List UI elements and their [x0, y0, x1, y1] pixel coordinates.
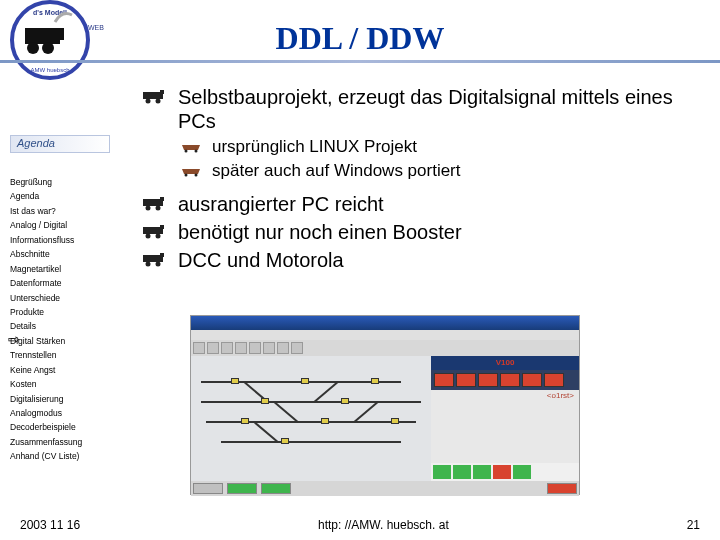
window-titlebar — [191, 316, 579, 330]
slide-title: DDL / DDW — [0, 20, 720, 57]
header-divider — [0, 60, 720, 63]
slide-content: Selbstbauprojekt, erzeugt das Digitalsig… — [140, 85, 705, 276]
slide-footer: 2003 11 16 http: //AMW. huebsch. at 21 — [0, 518, 720, 532]
svg-rect-19 — [160, 197, 164, 201]
agenda-item: Trennstellen — [10, 348, 130, 362]
window-toolbar — [191, 340, 579, 356]
agenda-item: Informationsfluss — [10, 233, 130, 247]
bullet-text: Selbstbauprojekt, erzeugt das Digitalsig… — [178, 85, 705, 133]
control-panel: V100 <o1rst> — [431, 356, 579, 481]
svg-point-25 — [146, 261, 151, 266]
agenda-item: Magnetartikel — [10, 262, 130, 276]
svg-point-18 — [156, 205, 161, 210]
wagon-icon — [180, 167, 202, 177]
bullet-text: später auch auf Windows portiert — [212, 161, 461, 181]
status-bar — [191, 481, 579, 496]
locomotive-icon — [140, 225, 168, 239]
svg-point-13 — [195, 150, 198, 153]
panel-side-label: <o1rst> — [547, 391, 574, 400]
svg-rect-23 — [160, 225, 164, 229]
svg-rect-27 — [160, 253, 164, 257]
svg-point-12 — [185, 150, 188, 153]
svg-point-21 — [146, 233, 151, 238]
agenda-item: Details — [10, 319, 130, 333]
svg-point-14 — [185, 174, 188, 177]
agenda-item: Kosten — [10, 377, 130, 391]
window-menubar — [191, 330, 579, 340]
bullet-text: DCC und Motorola — [178, 248, 344, 272]
bullet-text: benötigt nur noch einen Booster — [178, 220, 462, 244]
bullet-text: ursprünglich LINUX Projekt — [212, 137, 417, 157]
agenda-item: Ist das war? — [10, 204, 130, 218]
agenda-item: Digitalisierung — [10, 392, 130, 406]
agenda-item: Agenda — [10, 189, 130, 203]
svg-point-10 — [156, 99, 161, 104]
agenda-item: Digital Stärken — [10, 334, 130, 348]
svg-point-9 — [146, 99, 151, 104]
agenda-header: Agenda — [10, 135, 110, 153]
svg-point-15 — [195, 174, 198, 177]
agenda-item: Keine Angst — [10, 363, 130, 377]
track-layout-panel — [191, 356, 431, 481]
agenda-item: Unterschiede — [10, 291, 130, 305]
agenda-item: Analog / Digital — [10, 218, 130, 232]
agenda-item: Anhand (CV Liste) — [10, 449, 130, 463]
bullet-text: ausrangierter PC reicht — [178, 192, 384, 216]
software-screenshot: V100 <o1rst> — [190, 315, 580, 495]
footer-date: 2003 11 16 — [20, 518, 80, 532]
footer-url: http: //AMW. huebsch. at — [80, 518, 687, 532]
agenda-item: Zusammenfassung — [10, 435, 130, 449]
panel-title: V100 — [431, 356, 579, 370]
agenda-item: Abschnitte — [10, 247, 130, 261]
current-item-marker: ⇨ — [8, 331, 20, 347]
svg-point-26 — [156, 261, 161, 266]
agenda-item: Decoderbeispiele — [10, 420, 130, 434]
agenda-list: ⇨ Begrüßung Agenda Ist das war? Analog /… — [10, 155, 130, 464]
svg-point-22 — [156, 233, 161, 238]
agenda-item: Analogmodus — [10, 406, 130, 420]
locomotive-icon — [140, 253, 168, 267]
svg-point-17 — [146, 205, 151, 210]
footer-page-number: 21 — [687, 518, 700, 532]
agenda-item: Begrüßung — [10, 175, 130, 189]
svg-rect-11 — [160, 90, 164, 94]
agenda-item: Produkte — [10, 305, 130, 319]
wagon-icon — [180, 143, 202, 153]
locomotive-icon — [140, 90, 168, 104]
agenda-item: Datenformate — [10, 276, 130, 290]
locomotive-icon — [140, 197, 168, 211]
svg-text:AMW huebsch: AMW huebsch — [30, 67, 69, 73]
